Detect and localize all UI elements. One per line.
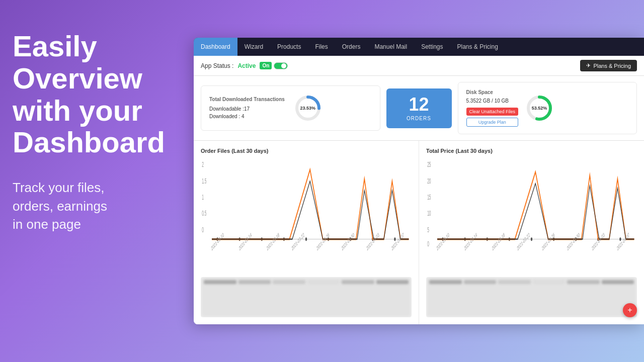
disk-title: Disk Space xyxy=(466,89,519,95)
order-files-panel: Order Files (Last 30 days) 2 1.5 1 0.5 0 xyxy=(194,141,419,324)
active-label: Active xyxy=(237,62,256,69)
svg-text:1: 1 xyxy=(202,193,204,201)
nav-bar: Dashboard Wizard Products Files Orders M… xyxy=(194,38,644,56)
nav-item-plans[interactable]: Plans & Pricing xyxy=(450,38,505,56)
svg-text:2: 2 xyxy=(202,161,204,168)
nav-item-wizard[interactable]: Wizard xyxy=(237,38,270,56)
downloads-title: Total Downloaded Transactions xyxy=(209,97,285,102)
hero-title-line3: with your xyxy=(13,94,142,127)
nav-item-settings[interactable]: Settings xyxy=(414,38,450,56)
svg-point-38 xyxy=(531,237,532,241)
plane-icon: ✈ xyxy=(586,62,591,69)
hero-title-line2: Overview xyxy=(13,62,142,95)
disk-percent: 53.52% xyxy=(532,106,547,111)
downloads-text: Total Downloaded Transactions Downloadab… xyxy=(209,97,285,120)
orders-label: ORDERS xyxy=(407,116,431,121)
total-price-svg: 25 20 15 10 5 0 xyxy=(426,158,637,274)
nav-item-products[interactable]: Products xyxy=(270,38,308,56)
nav-item-manuel-mail[interactable]: Manuel Mail xyxy=(367,38,414,56)
svg-text:2021-03-10: 2021-03-10 xyxy=(211,231,224,252)
total-price-chart: 25 20 15 10 5 0 xyxy=(426,158,637,274)
total-price-table-blur xyxy=(426,277,637,317)
svg-text:2021-03-14: 2021-03-14 xyxy=(464,231,477,252)
disk-donut: 53.52% xyxy=(524,93,554,123)
svg-text:2021-03-26: 2021-03-26 xyxy=(541,231,555,252)
total-price-panel: Total Price (Last 30 days) 25 20 15 10 5… xyxy=(419,141,644,324)
nav-item-files[interactable]: Files xyxy=(308,38,335,56)
svg-text:15: 15 xyxy=(427,193,431,201)
svg-text:2021-04-07: 2021-04-07 xyxy=(616,231,630,252)
left-panel: Easily Overview with your Dashboard Trac… xyxy=(0,0,194,362)
order-files-title: Order Files (Last 30 days) xyxy=(201,148,412,154)
disk-usage: 5.3522 GB / 10 GB xyxy=(466,98,519,104)
fab-button[interactable]: + xyxy=(623,303,637,317)
svg-text:2021-03-18: 2021-03-18 xyxy=(492,231,505,252)
svg-text:5: 5 xyxy=(427,226,429,233)
svg-text:2021-03-26: 2021-03-26 xyxy=(316,231,330,252)
nav-item-orders[interactable]: Orders xyxy=(335,38,368,56)
hero-subtitle: Track your files,orders, earningsin one … xyxy=(13,178,181,233)
app-status-label: App Status : xyxy=(201,62,233,69)
svg-text:2021-03-18: 2021-03-18 xyxy=(266,231,280,252)
total-price-title: Total Price (Last 30 days) xyxy=(426,148,637,154)
svg-point-14 xyxy=(305,237,307,241)
svg-text:2021-03-30: 2021-03-30 xyxy=(341,231,355,252)
hero-title-line4: Dashboard xyxy=(13,126,165,158)
upgrade-plan-button[interactable]: Upgrade Plan xyxy=(466,118,519,127)
disk-card: Disk Space 5.3522 GB / 10 GB Clear Unatt… xyxy=(458,82,637,134)
downloaded-label: Downloaded : 4 xyxy=(209,113,285,120)
downloads-donut: 23.53% xyxy=(293,93,323,123)
order-files-chart: 2 1.5 1 0.5 0 xyxy=(201,158,412,274)
svg-text:2021-03-10: 2021-03-10 xyxy=(436,231,450,252)
svg-text:2021-03-14: 2021-03-14 xyxy=(238,231,252,252)
stats-row: Total Downloaded Transactions Downloadab… xyxy=(194,76,644,141)
status-bar: App Status : Active On ✈ Plans & Pricing xyxy=(194,56,644,76)
svg-text:2021-03-22: 2021-03-22 xyxy=(516,231,530,252)
downloads-percent: 23.53% xyxy=(300,106,316,111)
status-left: App Status : Active On xyxy=(201,62,288,69)
order-files-svg: 2 1.5 1 0.5 0 xyxy=(201,158,412,274)
orders-card: 12 ORDERS xyxy=(386,88,452,128)
toggle-container: On xyxy=(260,62,288,69)
toggle-on-label[interactable]: On xyxy=(260,62,272,69)
svg-text:0.5: 0.5 xyxy=(202,210,206,217)
disk-info: Disk Space 5.3522 GB / 10 GB Clear Unatt… xyxy=(466,89,519,127)
charts-row: Order Files (Last 30 days) 2 1.5 1 0.5 0 xyxy=(194,141,644,324)
downloadable-label: Downloadable :17 xyxy=(209,105,285,113)
app-panel: Dashboard Wizard Products Files Orders M… xyxy=(194,38,644,324)
svg-text:2021-04-07: 2021-04-07 xyxy=(391,231,405,252)
svg-text:20: 20 xyxy=(427,177,431,185)
hero-title: Easily Overview with your Dashboard xyxy=(13,30,181,158)
svg-text:10: 10 xyxy=(427,210,431,217)
svg-text:2021-03-30: 2021-03-30 xyxy=(567,231,580,252)
svg-text:0: 0 xyxy=(427,240,429,247)
order-files-table-blur xyxy=(201,277,412,317)
plans-pricing-button[interactable]: ✈ Plans & Pricing xyxy=(580,60,637,71)
downloads-card: Total Downloaded Transactions Downloadab… xyxy=(201,85,380,131)
svg-text:25: 25 xyxy=(427,161,431,168)
svg-text:0: 0 xyxy=(202,226,204,233)
nav-item-dashboard[interactable]: Dashboard xyxy=(194,38,237,56)
hero-title-line1: Easily xyxy=(13,30,97,62)
clear-unattached-button[interactable]: Clear Unattached Files xyxy=(466,108,519,116)
svg-text:1.5: 1.5 xyxy=(202,177,206,185)
toggle-switch[interactable] xyxy=(274,62,288,69)
svg-text:2021-03-22: 2021-03-22 xyxy=(291,231,304,252)
orders-number: 12 xyxy=(409,96,429,114)
plans-btn-label: Plans & Pricing xyxy=(593,63,631,69)
